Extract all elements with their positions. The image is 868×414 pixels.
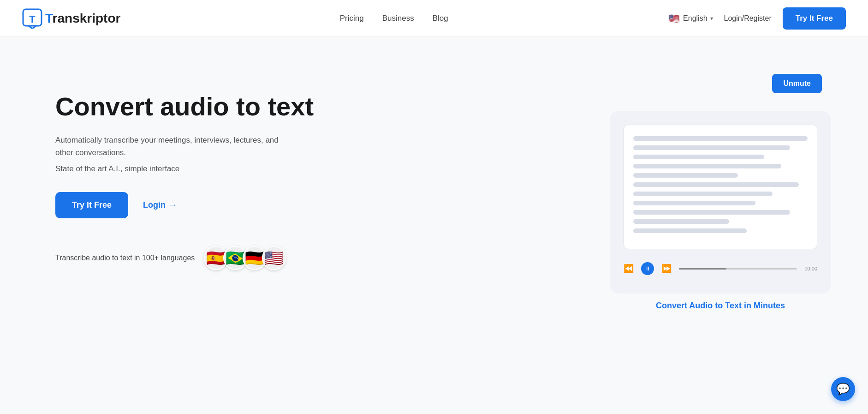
hero-languages: Transcribe audio to text in 100+ languag…: [55, 246, 314, 270]
nav-pricing[interactable]: Pricing: [340, 14, 364, 23]
login-register-link[interactable]: Login/Register: [724, 14, 772, 23]
nav-business[interactable]: Business: [382, 14, 414, 23]
transcript-line: [633, 182, 799, 187]
transcript-line: [633, 210, 790, 215]
transcript-line: [633, 201, 755, 205]
hero-login-text: Login: [143, 200, 166, 210]
language-selector[interactable]: 🇺🇸 English ▾: [667, 12, 713, 25]
hero-left: Convert audio to text Automatically tran…: [55, 74, 314, 270]
nav-right: 🇺🇸 English ▾ Login/Register Try It Free: [667, 7, 846, 30]
svg-text:T: T: [29, 13, 36, 25]
chat-bubble[interactable]: 💬: [831, 377, 855, 401]
navbar: T Transkriptor Pricing Business Blog 🇺🇸 …: [0, 0, 868, 37]
transcript-line: [633, 164, 781, 168]
rewind-icon[interactable]: ⏪: [624, 264, 634, 274]
logo-text: Transkriptor: [45, 11, 120, 26]
logo-icon: T: [22, 8, 42, 29]
chevron-down-icon: ▾: [710, 15, 713, 22]
hero-description-1: Automatically transcribe your meetings, …: [55, 134, 295, 159]
transcript-line: [633, 173, 738, 178]
flag-icon: 🇺🇸: [667, 12, 680, 25]
player-progress: [679, 268, 726, 270]
player-time: 00:00: [804, 266, 817, 271]
hero-right: Unmute ⏪ ⏸ ⏩ 0: [610, 74, 831, 311]
language-label: English: [683, 14, 707, 23]
player-bar: ⏪ ⏸ ⏩ 00:00: [624, 258, 817, 280]
hero-login-link[interactable]: Login →: [143, 200, 177, 210]
fast-forward-icon[interactable]: ⏩: [661, 264, 672, 274]
nav-blog[interactable]: Blog: [433, 14, 448, 23]
logo-link[interactable]: T Transkriptor: [22, 8, 120, 29]
chat-icon: 💬: [836, 383, 850, 396]
nav-links: Pricing Business Blog: [340, 14, 448, 23]
transcript-line: [633, 219, 729, 224]
arrow-icon: →: [168, 200, 177, 210]
transcript-mockup: [624, 125, 817, 249]
transcript-line: [633, 228, 747, 233]
flags-row: 🇪🇸 🇧🇷 🇩🇪 🇺🇸: [204, 246, 286, 270]
flag-usa: 🇺🇸: [262, 246, 286, 270]
unmute-button[interactable]: Unmute: [772, 74, 822, 93]
hero-title: Convert audio to text: [55, 92, 314, 121]
nav-try-free-button[interactable]: Try It Free: [783, 7, 846, 30]
languages-text: Transcribe audio to text in 100+ languag…: [55, 254, 195, 262]
transcript-line: [633, 155, 764, 159]
convert-caption: Convert Audio to Text in Minutes: [610, 301, 831, 311]
transcript-line: [633, 145, 790, 150]
player-track: [679, 268, 797, 270]
transcript-line: [633, 136, 808, 141]
hero-description-2: State of the art A.I., simple interface: [55, 164, 314, 174]
video-card: ⏪ ⏸ ⏩ 00:00: [610, 111, 831, 294]
hero-section: Convert audio to text Automatically tran…: [0, 37, 868, 414]
pause-button[interactable]: ⏸: [641, 262, 654, 275]
transcript-line: [633, 192, 773, 196]
hero-cta: Try It Free Login →: [55, 192, 314, 218]
hero-try-free-button[interactable]: Try It Free: [55, 192, 128, 218]
